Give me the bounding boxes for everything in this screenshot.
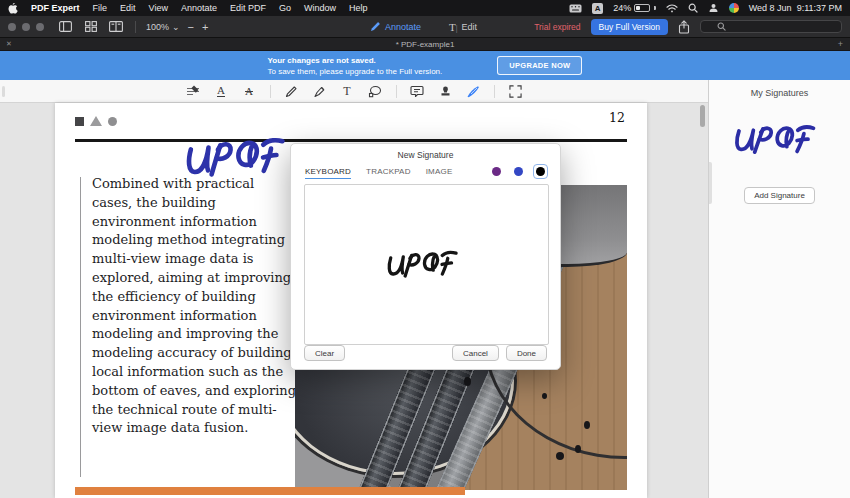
strikethrough-icon[interactable]: A — [242, 84, 257, 99]
sidebar-collapse-handle[interactable] — [709, 162, 712, 204]
zoom-window-button[interactable] — [36, 23, 44, 31]
saved-signature-item[interactable] — [709, 120, 850, 161]
menu-app-name[interactable]: PDF Expert — [31, 3, 80, 13]
square-shape — [75, 117, 84, 126]
menu-file[interactable]: File — [93, 3, 108, 13]
annotate-pen-icon — [370, 21, 381, 32]
clear-button[interactable]: Clear — [304, 345, 345, 361]
zoom-in-button[interactable]: + — [202, 21, 208, 33]
thumbnails-grid-icon[interactable] — [83, 19, 98, 34]
color-wheel-icon[interactable] — [729, 3, 739, 13]
menu-view[interactable]: View — [149, 3, 168, 13]
user-switch-icon[interactable] — [708, 3, 719, 13]
menu-help[interactable]: Help — [349, 3, 368, 13]
battery-icon — [634, 4, 650, 12]
column-rule — [80, 177, 81, 477]
search-field[interactable] — [700, 20, 842, 33]
selection-icon[interactable] — [508, 84, 523, 99]
menu-edit[interactable]: Edit — [120, 3, 136, 13]
vertical-scrollbar[interactable] — [700, 105, 705, 127]
chevron-down-icon: ⌄ — [172, 22, 180, 32]
zoom-out-button[interactable]: − — [188, 21, 194, 33]
search-input[interactable] — [726, 22, 826, 31]
cancel-button[interactable]: Cancel — [452, 345, 499, 361]
signature-pen-icon[interactable] — [466, 84, 481, 99]
menu-clock[interactable]: Wed 8 Jun 9:11:37 PM — [749, 3, 842, 13]
tab-edit[interactable]: T| Edit — [449, 21, 477, 33]
color-swatch-blue[interactable] — [511, 164, 526, 179]
triangle-shape — [90, 116, 102, 126]
stamp-icon[interactable] — [438, 84, 453, 99]
document-tab-bar: ✕ * PDF-example1 + — [0, 38, 850, 51]
circle-shape — [108, 117, 117, 126]
tab-trackpad[interactable]: TRACKPAD — [366, 167, 411, 179]
color-swatch-black[interactable] — [533, 164, 548, 179]
done-button[interactable]: Done — [506, 345, 547, 361]
upgrade-now-button[interactable]: UPGRADE NOW — [497, 56, 582, 75]
highlight-icon[interactable] — [186, 84, 201, 99]
trial-expired-label: Trial expired — [534, 22, 580, 32]
signatures-sidebar: My Signatures Add Signature — [708, 80, 850, 498]
menu-go[interactable]: Go — [279, 3, 291, 13]
battery-percent: 24% — [613, 3, 631, 13]
zoom-level-dropdown[interactable]: 100%⌄ — [146, 22, 180, 32]
text-tool-icon[interactable]: T — [340, 84, 355, 99]
app-toolbar: 100%⌄ − + Annotate T| Edit Trial expired… — [0, 16, 850, 38]
signature-canvas[interactable] — [304, 184, 549, 345]
header-shapes — [75, 116, 117, 126]
tab-image[interactable]: IMAGE — [426, 167, 453, 179]
lasso-shape-icon[interactable] — [368, 84, 383, 99]
search-icon — [717, 22, 726, 31]
edit-text-icon: T| — [449, 21, 458, 33]
menu-edit-pdf[interactable]: Edit PDF — [230, 3, 266, 13]
new-signature-dialog: New Signature KEYBOARD TRACKPAD IMAGE Cl… — [290, 143, 561, 370]
keyboard-icon[interactable] — [569, 4, 582, 13]
add-signature-button[interactable]: Add Signature — [744, 187, 815, 204]
banner-line2: To save them, please upgrade to the Full… — [268, 66, 443, 77]
marker-icon[interactable] — [312, 84, 327, 99]
page-number: 12 — [609, 110, 625, 125]
share-icon[interactable] — [678, 20, 690, 34]
battery-indicator[interactable]: 24% — [613, 3, 656, 13]
dialog-title: New Signature — [291, 150, 560, 160]
sidebar-panel-icon[interactable] — [58, 19, 73, 34]
tab-annotate[interactable]: Annotate — [370, 21, 421, 32]
menu-annotate[interactable]: Annotate — [181, 3, 217, 13]
menu-window[interactable]: Window — [304, 3, 336, 13]
header-rule — [75, 139, 627, 142]
spotlight-icon[interactable] — [688, 3, 698, 13]
buy-full-version-button[interactable]: Buy Full Version — [591, 19, 668, 35]
document-tab-title[interactable]: * PDF-example1 — [0, 40, 850, 49]
color-swatch-purple[interactable] — [489, 164, 504, 179]
underline-icon[interactable]: A — [214, 84, 229, 99]
input-source-icon[interactable]: A — [592, 3, 603, 14]
menu-bar: PDF Expert File Edit View Annotate Edit … — [0, 0, 850, 16]
page-body-text: Combined with practical cases, the build… — [92, 175, 297, 438]
annotation-toolbar: A A T — [0, 80, 708, 103]
two-page-view-icon[interactable] — [108, 19, 123, 34]
window-controls — [8, 23, 44, 31]
upgrade-banner: Your changes are not saved. To save them… — [0, 51, 850, 80]
comment-icon[interactable] — [410, 84, 425, 99]
wifi-icon[interactable] — [666, 4, 678, 13]
orange-highlight-bar — [75, 487, 465, 495]
pdf-expert-window: PDF Expert File Edit View Annotate Edit … — [0, 0, 850, 498]
tab-keyboard[interactable]: KEYBOARD — [305, 167, 351, 179]
sidebar-title: My Signatures — [709, 88, 850, 98]
pen-icon[interactable] — [284, 84, 299, 99]
apple-menu-icon[interactable] — [8, 2, 18, 14]
panel-handle[interactable] — [2, 86, 5, 97]
minimize-window-button[interactable] — [22, 23, 30, 31]
drawn-signature — [384, 245, 469, 284]
close-window-button[interactable] — [8, 23, 16, 31]
banner-line1: Your changes are not saved. — [268, 55, 443, 66]
